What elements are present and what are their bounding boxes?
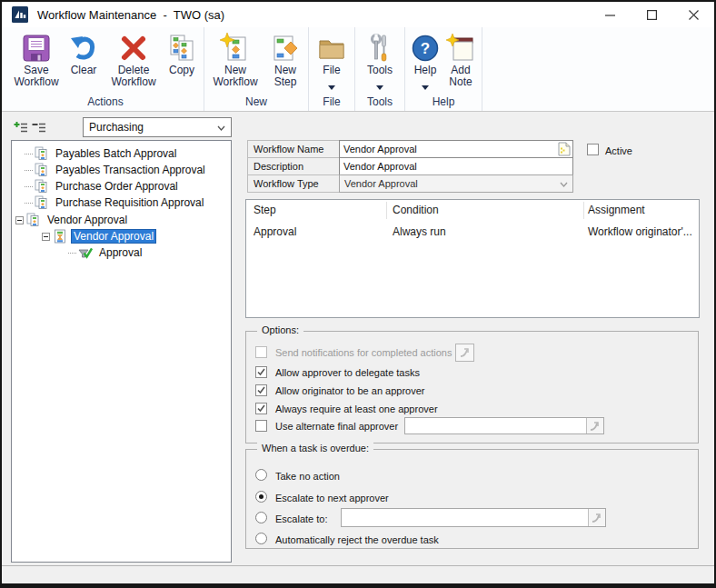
button-label: Add Note (443, 65, 479, 88)
toolbar-group-help: ? Help Add Note Help (405, 27, 482, 111)
copy-icon (166, 31, 197, 65)
toolbar-ribbon: Save Workflow Clear Delet (2, 27, 714, 112)
bottom-divider (2, 565, 714, 566)
button-label: Copy (169, 65, 194, 76)
workflow-icon (35, 163, 49, 177)
chevron-down-icon (217, 121, 225, 134)
delete-icon (119, 31, 148, 65)
chevron-down-icon (560, 178, 568, 189)
workflow-step-icon (53, 229, 67, 244)
auto-reject-radio[interactable] (255, 533, 267, 544)
workflow-icon (35, 195, 49, 210)
toolbar-group-file: File File (309, 27, 355, 111)
clear-button[interactable]: Clear (63, 28, 104, 76)
tree-item[interactable]: Vendor Approval (15, 212, 130, 228)
chevron-down-icon (328, 77, 335, 94)
toolbar-group-label: New (206, 95, 306, 111)
button-label: Save Workflow (10, 65, 63, 88)
workflow-type-label: Workflow Type (247, 174, 340, 193)
take-no-action-radio[interactable] (255, 469, 267, 481)
button-label: Tools (367, 65, 393, 76)
new-step-icon (270, 31, 301, 65)
tree-item-label: Approval (96, 245, 144, 260)
category-dropdown-value: Purchasing (89, 121, 144, 134)
button-label: Delete Workflow (104, 65, 163, 88)
column-header-assignment: Assignment (588, 204, 645, 216)
new-step-button[interactable]: New Step (264, 28, 306, 88)
chevron-down-icon (376, 77, 383, 94)
tree-item-selected[interactable]: Vendor Approval (42, 228, 156, 244)
alternate-approver-input[interactable] (404, 417, 604, 434)
collapse-all-icon[interactable] (32, 121, 46, 135)
tree-item-label: Payables Batch Approval (53, 146, 179, 161)
toolbar-group-tools: Tools Tools (355, 27, 405, 111)
tree-item-label: Vendor Approval (71, 229, 156, 244)
add-note-icon (445, 31, 476, 65)
tree-item[interactable]: Payables Batch Approval (25, 145, 179, 162)
tree-item[interactable]: Purchase Requisition Approval (25, 194, 206, 211)
lookup-icon[interactable] (588, 509, 605, 526)
folder-icon (316, 31, 347, 65)
undo-icon (69, 31, 98, 65)
tree-item-label: Purchase Order Approval (53, 179, 181, 194)
description-label: Description (247, 157, 340, 175)
tree-item-label: Purchase Requisition Approval (53, 195, 206, 210)
allow-originator-checkbox[interactable] (255, 384, 267, 396)
help-icon: ? (411, 31, 440, 65)
copy-button[interactable]: Copy (163, 28, 201, 76)
column-header-step: Step (254, 204, 276, 216)
escalate-to-radio[interactable] (255, 512, 267, 523)
toolbar-group-new: New Workflow New Step New (204, 27, 309, 111)
help-menu-button[interactable]: ? Help (408, 28, 443, 94)
workflow-icon (35, 179, 49, 194)
delete-workflow-button[interactable]: Delete Workflow (104, 28, 163, 88)
workflow-icon (26, 213, 41, 227)
active-checkbox[interactable] (587, 144, 599, 155)
tree-item[interactable]: Purchase Order Approval (25, 178, 181, 194)
description-field[interactable]: Vendor Approval (339, 157, 573, 175)
collapse-toggle[interactable] (42, 233, 50, 241)
save-icon (21, 31, 52, 65)
toolbar-group-label: Help (407, 95, 480, 111)
workflow-name-field[interactable]: Vendor Approval (339, 140, 573, 158)
tree-item-label: Payables Transaction Approval (53, 163, 208, 177)
notification-settings-button (455, 344, 474, 362)
alternate-approver-checkbox[interactable] (255, 420, 267, 432)
button-label: New Step (264, 65, 306, 88)
collapse-toggle[interactable] (15, 216, 24, 224)
note-icon[interactable] (556, 142, 572, 156)
window-title: Workflow Maintenance - TWO (sa) (37, 8, 224, 22)
toolbar-group-label: Actions (9, 95, 202, 111)
overdue-group: When a task is overdue: Take no action E… (245, 449, 699, 549)
button-label: File (323, 65, 340, 76)
escalate-to-input[interactable] (341, 508, 606, 527)
steps-table: Step Condition Assignment Approval Alway… (245, 199, 700, 318)
new-workflow-button[interactable]: New Workflow (206, 28, 264, 88)
workflow-maintenance-window: Workflow Maintenance - TWO (sa) (0, 0, 716, 588)
tools-menu-button[interactable]: Tools (359, 28, 401, 94)
minimize-button[interactable] (589, 2, 631, 27)
maximize-button[interactable] (631, 2, 672, 27)
category-dropdown[interactable]: Purchasing (83, 117, 232, 137)
close-button[interactable] (672, 2, 714, 27)
escalate-next-approver-radio[interactable] (255, 491, 267, 503)
workflow-icon (35, 146, 49, 161)
save-workflow-button[interactable]: Save Workflow (10, 28, 63, 88)
expand-all-icon[interactable] (14, 121, 28, 135)
button-label: Help (414, 65, 437, 76)
button-label: New Workflow (206, 65, 264, 88)
new-workflow-icon (220, 31, 251, 65)
toolbar-group-label: Tools (357, 95, 403, 111)
chevron-down-icon (422, 77, 429, 94)
workflow-type-dropdown[interactable]: Vendor Approval (339, 174, 573, 193)
require-approver-checkbox[interactable] (255, 403, 267, 414)
allow-delegate-checkbox[interactable] (255, 366, 267, 378)
add-note-button[interactable]: Add Note (443, 28, 479, 88)
svg-text:?: ? (421, 40, 430, 57)
tree-item[interactable]: Payables Transaction Approval (25, 162, 208, 178)
file-menu-button[interactable]: File (313, 28, 351, 94)
lookup-icon[interactable] (586, 418, 603, 434)
tools-icon (364, 31, 395, 65)
toolbar-group-label: File (311, 95, 353, 111)
tree-item[interactable]: Approval (68, 244, 144, 261)
